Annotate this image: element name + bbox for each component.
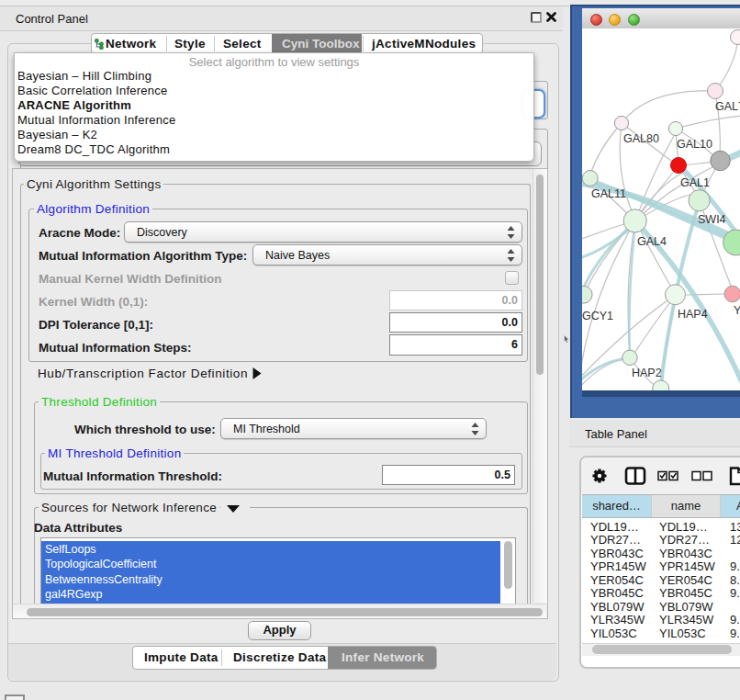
svg-text:GCY1: GCY1 — [582, 310, 613, 322]
svg-text:GAL80: GAL80 — [623, 132, 659, 145]
svg-text:YM: YM — [734, 304, 740, 317]
svg-text:GAL4: GAL4 — [637, 235, 667, 248]
svg-text:GAL1: GAL1 — [680, 176, 710, 189]
svg-text:SWI4: SWI4 — [698, 213, 726, 226]
svg-text:GAL7: GAL7 — [715, 100, 740, 113]
svg-text:HAP4: HAP4 — [678, 308, 708, 321]
svg-text:GAL11: GAL11 — [591, 187, 626, 200]
svg-text:HAP2: HAP2 — [632, 367, 662, 379]
svg-text:GAL10: GAL10 — [677, 138, 712, 151]
